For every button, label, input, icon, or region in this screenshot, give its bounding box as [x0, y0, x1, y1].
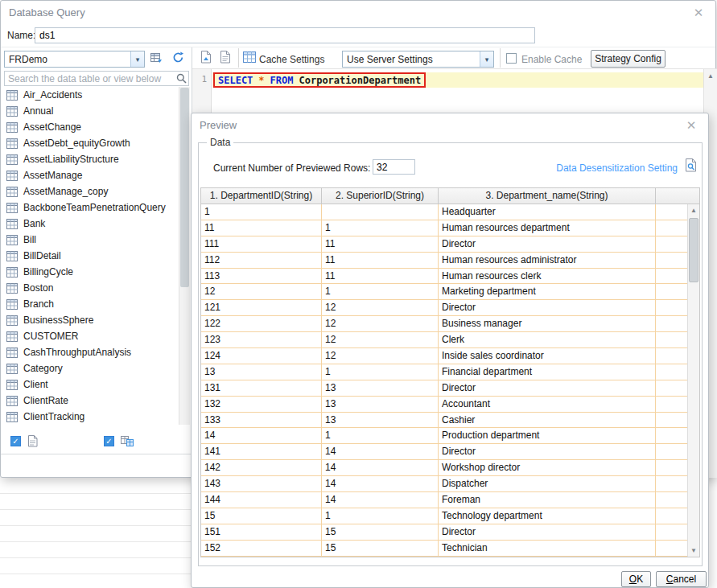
table-list-item[interactable]: AssetDebt_equityGrowth	[2, 135, 179, 151]
enable-cache-label: Enable Cache	[521, 54, 582, 65]
table-row[interactable]: 15 1 Technology department	[201, 508, 699, 524]
table-scrollbar[interactable]: ▲ ▼	[687, 204, 699, 557]
strategy-config-button[interactable]: Strategy Config	[591, 50, 665, 68]
table-row[interactable]: 151 15 Director	[201, 524, 699, 541]
table-name: AssetChange	[23, 121, 81, 133]
cell-department-name: Technology department	[439, 508, 656, 524]
show-tables-checkbox[interactable]	[10, 436, 21, 446]
table-list-item[interactable]: Annual	[2, 103, 179, 119]
table-row[interactable]: 152 15 Technician	[201, 541, 699, 557]
table-list-item[interactable]: Boston	[2, 280, 179, 296]
table-list-item[interactable]: Category	[2, 360, 179, 376]
table-row[interactable]: 122 12 Business manager	[201, 316, 699, 332]
table-list-item[interactable]: AssetChange	[2, 119, 179, 135]
enable-cache-checkbox[interactable]	[506, 53, 517, 64]
connection-select[interactable]: FRDemo ▾	[4, 51, 145, 68]
scroll-up-icon[interactable]: ▲	[688, 204, 699, 216]
table-row[interactable]: 132 13 Accountant	[201, 397, 699, 413]
previewed-rows-input[interactable]	[373, 159, 415, 175]
close-icon[interactable]: ✕	[684, 118, 698, 133]
table-name: BillDetail	[23, 250, 61, 261]
refresh-icon	[172, 51, 184, 66]
table-row[interactable]: 141 14 Director	[201, 444, 699, 460]
table-list-item[interactable]: BillingCycle	[2, 264, 179, 280]
refresh-button[interactable]	[168, 50, 187, 68]
cell-superior-id: 13	[322, 413, 439, 428]
dialog-title: Database Query	[9, 6, 85, 19]
table-list-item[interactable]: CashThroughputAnalysis	[2, 344, 179, 360]
table-icon	[6, 347, 19, 358]
table-name: AssetManage	[23, 170, 82, 181]
table-rows: 1 Headquarter 11 1 Human resources depar…	[201, 204, 699, 557]
table-row[interactable]: 12 1 Marketing department	[201, 284, 699, 300]
table-row[interactable]: 13 1 Financial department	[201, 364, 699, 380]
table-row[interactable]: 121 12 Director	[201, 300, 699, 316]
table-icon	[6, 219, 19, 229]
cell-department-id: 124	[201, 348, 322, 364]
table-list-item[interactable]: AssetManage_copy	[2, 183, 179, 199]
screen: Database Query ✕ Name: FRDemo ▾	[0, 0, 717, 588]
table-row[interactable]: 124 12 Inside sales coordinator	[201, 348, 699, 364]
table-icon	[6, 251, 19, 261]
chevron-down-icon[interactable]: ▾	[130, 51, 144, 67]
table-scrollbar-thumb[interactable]	[689, 218, 698, 282]
table-name: BusinessSphere	[23, 315, 93, 326]
chevron-down-icon[interactable]: ▾	[480, 51, 493, 67]
table-list-item[interactable]: Client	[2, 376, 179, 393]
table-row[interactable]: 14 1 Production department	[201, 428, 699, 444]
scroll-up-icon[interactable]: ▲	[704, 69, 717, 80]
table-row[interactable]: 143 14 Dispatcher	[201, 476, 699, 492]
table-list-item[interactable]: AssetLiabilityStructure	[2, 151, 179, 167]
table-list-item[interactable]: Bank	[2, 216, 179, 232]
table-row[interactable]: 111 11 Director	[201, 236, 699, 253]
table-list-item[interactable]: BackboneTeamPenetrationQuery	[2, 199, 179, 216]
edit-connection-button[interactable]	[146, 50, 166, 68]
document-plus-icon	[200, 51, 212, 66]
table-list-item[interactable]: CUSTOMER	[2, 328, 179, 344]
cache-mode-select[interactable]: Use Server Settings ▾	[342, 51, 494, 68]
table-row[interactable]: 131 13 Director	[201, 380, 699, 397]
name-input[interactable]	[35, 27, 535, 43]
table-list-item[interactable]: BillDetail	[2, 248, 179, 264]
cell-superior-id: 14	[322, 492, 439, 508]
table-name: Category	[23, 363, 63, 374]
cell-department-name: Accountant	[439, 397, 656, 412]
table-list-item[interactable]: BusinessSphere	[2, 312, 179, 328]
table-list-item[interactable]: ClientTracking	[2, 409, 179, 425]
table-icon	[6, 187, 19, 197]
table-name: ClientRate	[23, 395, 68, 406]
list-scrollbar-thumb[interactable]	[180, 88, 189, 287]
scroll-down-icon[interactable]: ▼	[688, 545, 699, 557]
ok-button[interactable]: OK	[621, 571, 651, 587]
close-icon[interactable]: ✕	[691, 6, 706, 20]
cell-superior-id: 15	[322, 524, 439, 540]
cell-department-name: Clerk	[439, 332, 656, 347]
table-list-item[interactable]: ClientRate	[2, 393, 179, 409]
cell-department-id: 151	[201, 524, 322, 540]
table-list-item[interactable]: AssetManage	[2, 167, 179, 183]
table-row[interactable]: 113 11 Human resources clerk	[201, 269, 699, 285]
cancel-button[interactable]: Cancel	[656, 571, 707, 587]
table-name: AssetDebt_equityGrowth	[23, 138, 130, 149]
list-scrollbar[interactable]	[179, 87, 190, 425]
table-row[interactable]: 133 13 Cashier	[201, 413, 699, 429]
table-list-item[interactable]: Bill	[2, 232, 179, 248]
show-views-checkbox[interactable]	[104, 436, 114, 446]
search-input[interactable]	[5, 73, 174, 84]
data-desensitization-link[interactable]: Data Desensitization Setting	[556, 162, 678, 174]
table-row[interactable]: 123 12 Clerk	[201, 332, 699, 348]
open-query-button[interactable]	[216, 49, 235, 67]
table-row[interactable]: 1 Headquarter	[201, 204, 699, 220]
cell-filler	[656, 284, 687, 299]
desensitization-preview-icon[interactable]	[685, 158, 697, 175]
table-list-item[interactable]: Air_Accidents	[2, 87, 179, 103]
view-filter-icon	[121, 434, 134, 449]
table-row[interactable]: 11 1 Human resources department	[201, 220, 699, 236]
new-query-button[interactable]	[196, 49, 216, 67]
table-row[interactable]: 144 14 Foreman	[201, 492, 699, 508]
table-list-item[interactable]: Branch	[2, 296, 179, 312]
cell-filler	[656, 204, 687, 220]
table-row[interactable]: 112 11 Human resources administrator	[201, 253, 699, 269]
table-row[interactable]: 142 14 Workshop director	[201, 460, 699, 476]
table-name: BillingCycle	[23, 266, 73, 278]
